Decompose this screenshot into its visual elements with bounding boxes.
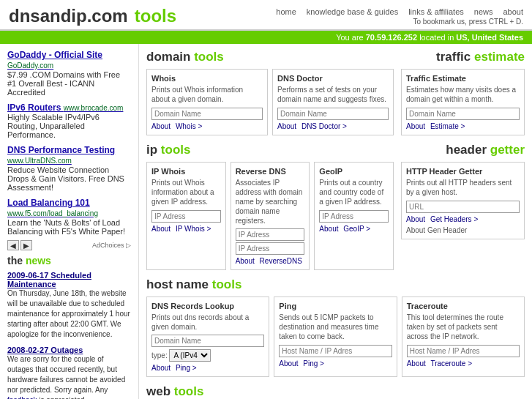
nav-about[interactable]: about bbox=[503, 7, 523, 16]
news-item-2: 2008-02-27 Outages We are sorry for the … bbox=[7, 346, 131, 399]
reverse-dns-input1[interactable] bbox=[236, 228, 305, 241]
geoip-about-link[interactable]: About bbox=[319, 225, 338, 233]
whois-desc: Prints out Whois information about a giv… bbox=[151, 85, 263, 104]
reverse-dns-about-link[interactable]: About bbox=[236, 257, 255, 265]
ip-location: US, United States bbox=[456, 33, 523, 42]
ip-whois-links: About IP Whois > bbox=[151, 225, 221, 233]
news-headline-1[interactable]: 2009-06-17 Scheduled Maintenance bbox=[7, 271, 131, 288]
dns-lookup-type-select[interactable]: A (IPv4 bbox=[169, 349, 211, 362]
logo-part1: dnsandip.com bbox=[9, 6, 128, 26]
traceroute-title: Traceroute bbox=[407, 302, 520, 310]
traceroute-tool-link[interactable]: Traceroute > bbox=[430, 359, 472, 368]
traffic-estimate-header: traffic estimate bbox=[401, 50, 525, 64]
http-header-about-link[interactable]: About bbox=[406, 215, 425, 223]
dns-doctor-title: DNS Doctor bbox=[277, 74, 389, 83]
traceroute-links: About Traceroute > bbox=[407, 359, 520, 368]
geoip-links: About GeoIP > bbox=[319, 225, 389, 233]
ad-godaddy-desc: $7.99 .COM Domains with Free #1 Overall … bbox=[7, 70, 131, 97]
ad-lb-desc: Learn the 'Nuts & Bolts' of Load Balanci… bbox=[7, 218, 131, 236]
ad-ipv6-desc: Highly Scalable IPv4/IPv6 Routing, Unpar… bbox=[7, 113, 131, 139]
geoip-desc: Prints out a country and country code of… bbox=[319, 178, 389, 206]
http-header-tool-link[interactable]: Get Headers > bbox=[430, 215, 478, 223]
dns-lookup-input[interactable] bbox=[151, 335, 264, 347]
logo-part2: tools bbox=[135, 6, 176, 26]
reverse-dns-links: About ReverseDNS bbox=[236, 257, 305, 265]
traceroute-desc: This tool determines the route taken by … bbox=[407, 313, 520, 341]
http-header-input[interactable] bbox=[406, 201, 520, 213]
ad-godaddy-title[interactable]: GoDaddy - Official Site GoDaddy.com bbox=[7, 50, 131, 70]
type-label: type: bbox=[151, 351, 169, 359]
dns-doctor-input[interactable] bbox=[277, 108, 389, 120]
adchoice-label[interactable]: AdChoices ▷ bbox=[92, 242, 131, 249]
traceroute-input[interactable] bbox=[407, 345, 520, 357]
traceroute-about-link[interactable]: About bbox=[407, 359, 426, 368]
main-layout: GoDaddy - Official Site GoDaddy.com $7.9… bbox=[0, 44, 532, 399]
whois-links: About Whois > bbox=[151, 122, 263, 130]
domain-tools-header: domain tools bbox=[146, 50, 394, 64]
domain-tools-section: domain tools Whois Prints out Whois info… bbox=[146, 50, 394, 135]
ping-about-link[interactable]: About bbox=[279, 359, 298, 368]
web-tools-header: web tools bbox=[146, 384, 525, 399]
ip-tools-header: ip tools bbox=[146, 143, 394, 157]
feedback-link[interactable]: feedback bbox=[7, 396, 37, 399]
traffic-links: About Estimate > bbox=[406, 122, 520, 130]
traffic-input[interactable] bbox=[406, 108, 520, 120]
header: dnsandip.com tools home knowledge base &… bbox=[0, 0, 532, 31]
nav-next-arrow[interactable]: ▶ bbox=[20, 240, 32, 250]
dns-lookup-tool-link[interactable]: Ping > bbox=[176, 364, 197, 372]
news-title: the news bbox=[7, 255, 131, 266]
dns-doctor-about-link[interactable]: About bbox=[277, 122, 296, 130]
ip-address: 70.59.126.252 bbox=[366, 33, 417, 42]
http-header-links: About Get Headers > bbox=[406, 215, 520, 223]
http-header-title: HTTP Header Getter bbox=[406, 167, 520, 176]
ad-ipv6-title[interactable]: IPv6 Routers www.brocade.com bbox=[7, 102, 131, 113]
whois-about-link[interactable]: About bbox=[151, 122, 171, 130]
nav-links[interactable]: links & affiliates bbox=[408, 7, 464, 16]
ad-lb-title[interactable]: Load Balancing 101 www.f5.com/load_balan… bbox=[7, 198, 131, 218]
nav-home[interactable]: home bbox=[276, 7, 296, 16]
dns-doctor-desc: Performs a set of tests on your domain n… bbox=[277, 85, 389, 104]
tool-card-dns-lookup: DNS Records Lookup Prints out dns record… bbox=[146, 297, 269, 377]
ping-tool-link[interactable]: Ping > bbox=[303, 359, 324, 368]
ip-whois-input[interactable] bbox=[151, 210, 221, 223]
reverse-dns-input2[interactable] bbox=[236, 242, 305, 255]
nav-knowledge[interactable]: knowledge base & guides bbox=[307, 7, 398, 16]
tool-card-dns-doctor: DNS Doctor Performs a set of tests on yo… bbox=[272, 69, 394, 135]
about-gen-header-label: About Gen Header bbox=[406, 226, 520, 234]
ad-dns-perf-title[interactable]: DNS Performance Testing www.UltraDNS.com bbox=[7, 145, 131, 165]
news-text-2: We are sorry for the couple of outages t… bbox=[7, 354, 131, 399]
reverse-dns-title: Reverse DNS bbox=[236, 167, 305, 176]
ip-mid: located in bbox=[419, 33, 456, 42]
bookmark-text: To bookmark us, press CTRL + D. bbox=[276, 18, 523, 26]
geoip-input[interactable] bbox=[319, 210, 389, 223]
traffic-about-link[interactable]: About bbox=[406, 122, 425, 130]
ip-whois-about-link[interactable]: About bbox=[151, 225, 171, 233]
reverse-dns-tool-link[interactable]: ReverseDNS bbox=[260, 257, 302, 265]
sidebar: GoDaddy - Official Site GoDaddy.com $7.9… bbox=[0, 44, 139, 399]
ip-tools-section: ip tools IP Whois Prints out Whois infor… bbox=[146, 143, 394, 270]
nav-bar: home knowledge base & guides links & aff… bbox=[276, 7, 523, 26]
whois-tool-link[interactable]: Whois > bbox=[176, 122, 202, 130]
whois-input[interactable] bbox=[151, 108, 263, 120]
http-header-desc: Prints out all HTTP headers sent by a gi… bbox=[406, 178, 520, 197]
dns-lookup-about-link[interactable]: About bbox=[151, 364, 171, 372]
ping-links: About Ping > bbox=[279, 359, 391, 368]
dns-lookup-title: DNS Records Lookup bbox=[151, 302, 264, 310]
ad-ipv6: IPv6 Routers www.brocade.com Highly Scal… bbox=[7, 102, 131, 139]
header-getter-header: header getter bbox=[401, 143, 525, 157]
news-text-1: On Thursday, June 18th, the website will… bbox=[7, 288, 131, 340]
ip-bar: You are 70.59.126.252 located in US, Uni… bbox=[0, 31, 532, 44]
ip-whois-tool-link[interactable]: IP Whois > bbox=[176, 225, 211, 233]
nav-prev-arrow[interactable]: ◀ bbox=[7, 240, 19, 250]
dns-doctor-tool-link[interactable]: DNS Doctor > bbox=[301, 122, 347, 130]
whois-title: Whois bbox=[151, 74, 263, 83]
web-tools-section: web tools Explain URL This cleans, expla… bbox=[146, 384, 525, 399]
tool-card-traffic: Traffic Estimate Estimates how many visi… bbox=[401, 69, 525, 135]
ping-input[interactable] bbox=[279, 345, 391, 357]
nav-news[interactable]: news bbox=[474, 7, 493, 16]
news-headline-2[interactable]: 2008-02-27 Outages bbox=[7, 346, 131, 354]
traffic-tool-link[interactable]: Estimate > bbox=[430, 122, 465, 130]
geoip-tool-link[interactable]: GeoIP > bbox=[343, 225, 370, 233]
dns-lookup-desc: Prints out dns records about a given dom… bbox=[151, 313, 264, 332]
tool-card-http-header: HTTP Header Getter Prints out all HTTP h… bbox=[401, 162, 525, 239]
